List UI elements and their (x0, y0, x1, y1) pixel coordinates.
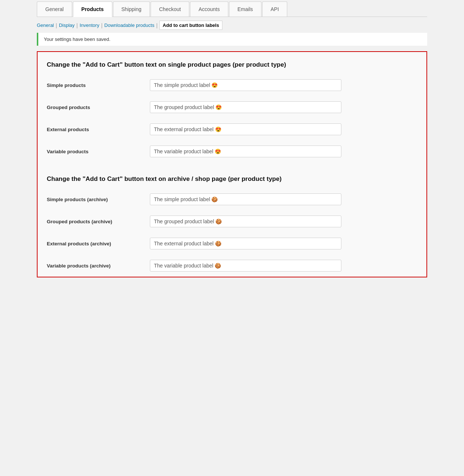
content-box: Change the "Add to Cart" button text on … (37, 51, 427, 277)
field-row-grouped: Grouped products (38, 96, 426, 118)
notice-text: Your settings have been saved. (44, 36, 110, 42)
input-wrapper-variable (150, 146, 341, 157)
input-wrapper-external-archive (150, 238, 341, 249)
tab-products[interactable]: Products (73, 1, 112, 17)
input-external-archive[interactable] (150, 238, 341, 249)
input-wrapper-grouped (150, 101, 341, 113)
sub-tab-display[interactable]: Display (59, 22, 75, 28)
field-row-external: External products (38, 118, 426, 140)
section2-heading: Change the "Add to Cart" button text on … (38, 166, 426, 188)
label-external-archive: External products (archive) (47, 241, 150, 246)
field-row-external-archive: External products (archive) (38, 232, 426, 255)
field-row-simple-archive: Simple products (archive) (38, 188, 426, 210)
input-wrapper-simple-archive (150, 193, 341, 205)
label-grouped: Grouped products (47, 105, 150, 110)
field-row-grouped-archive: Grouped products (archive) (38, 210, 426, 232)
page-wrapper: General Products Shipping Checkout Accou… (37, 0, 427, 277)
input-wrapper-simple (150, 79, 341, 91)
label-variable: Variable products (47, 149, 150, 154)
input-grouped[interactable] (150, 101, 341, 113)
separator-4: | (156, 22, 158, 28)
input-simple[interactable] (150, 79, 341, 91)
field-row-simple: Simple products (38, 74, 426, 96)
top-tabs: General Products Shipping Checkout Accou… (37, 0, 427, 17)
sub-tab-general[interactable]: General (37, 22, 54, 28)
sub-tab-add-to-cart[interactable]: Add to cart button labels (159, 21, 222, 30)
tab-shipping[interactable]: Shipping (113, 1, 150, 17)
input-wrapper-external (150, 123, 341, 135)
separator-1: | (56, 22, 57, 28)
tab-api[interactable]: API (262, 1, 288, 17)
tab-checkout[interactable]: Checkout (151, 1, 189, 17)
input-simple-archive[interactable] (150, 193, 341, 205)
input-wrapper-grouped-archive (150, 216, 341, 227)
label-simple-archive: Simple products (archive) (47, 197, 150, 202)
label-variable-archive: Variable products (archive) (47, 263, 150, 269)
label-external: External products (47, 127, 150, 132)
separator-2: | (77, 22, 78, 28)
separator-3: | (101, 22, 103, 28)
section1-heading: Change the "Add to Cart" button text on … (38, 52, 426, 74)
field-row-variable: Variable products (38, 140, 426, 162)
input-variable-archive[interactable] (150, 260, 341, 272)
sub-tab-downloadable[interactable]: Downloadable products (104, 22, 154, 28)
settings-notice: Your settings have been saved. (37, 33, 427, 46)
label-simple: Simple products (47, 83, 150, 88)
sub-tab-inventory[interactable]: Inventory (80, 22, 99, 28)
sub-tabs: General | Display | Inventory | Download… (37, 17, 427, 33)
input-wrapper-variable-archive (150, 260, 341, 272)
field-row-variable-archive: Variable products (archive) (38, 255, 426, 277)
label-grouped-archive: Grouped products (archive) (47, 219, 150, 224)
tab-emails[interactable]: Emails (229, 1, 261, 17)
tab-accounts[interactable]: Accounts (190, 1, 228, 17)
tab-general[interactable]: General (37, 1, 72, 17)
input-grouped-archive[interactable] (150, 216, 341, 227)
input-external[interactable] (150, 123, 341, 135)
input-variable[interactable] (150, 146, 341, 157)
